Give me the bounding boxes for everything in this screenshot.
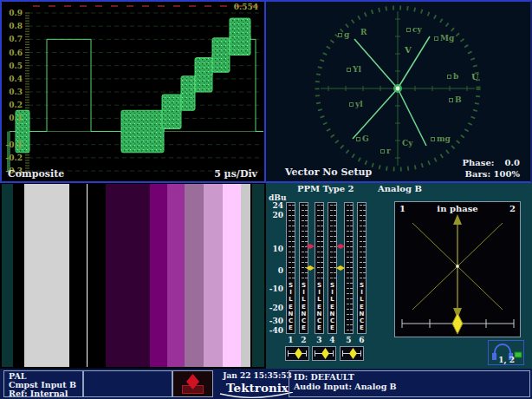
preset-id-label: ID: DEFAULT bbox=[294, 372, 529, 382]
waveform-y-label: 0.7 bbox=[3, 35, 23, 43]
color-bar-stripe bbox=[150, 184, 167, 367]
vectorscope-tile[interactable]: gRcyMgYlbylBGrCymgVU Vector No Setup Pha… bbox=[266, 0, 532, 183]
color-bar-stripe bbox=[204, 184, 223, 367]
waveform-y-label: 0.6 bbox=[3, 49, 23, 57]
audio-tile[interactable]: PPM Type 2 Analog B dBu 2420100-10-20-30… bbox=[266, 183, 532, 369]
audio-scale-label: 20 bbox=[267, 211, 283, 219]
channel-number-label: 2 bbox=[298, 336, 309, 344]
brand-area: Jan 22 15:35:53 Tektronix bbox=[217, 371, 298, 397]
waveform-y-label: 0.9 bbox=[3, 9, 23, 17]
logo-swoosh-icon bbox=[218, 392, 296, 399]
empty-status-box bbox=[83, 370, 172, 397]
phase-diamond-icon bbox=[321, 348, 329, 359]
waveform-y-label: 0.4 bbox=[3, 75, 23, 83]
vectorscope-status-label: Vector No Setup bbox=[285, 167, 372, 178]
phase-indicator-pair56 bbox=[340, 346, 364, 361]
color-bar-stripe bbox=[69, 184, 87, 367]
lissajous-display: 1 2 in phase bbox=[394, 201, 521, 337]
waveform-timebase-label: 5 µs/Div bbox=[214, 168, 257, 180]
waveform-graticule-and-trace bbox=[2, 2, 264, 181]
audio-scale-label: 0 bbox=[267, 266, 283, 275]
target-box-icon bbox=[347, 68, 351, 72]
vector-target-G: G bbox=[356, 134, 369, 143]
waveform-y-label: 0.2 bbox=[3, 101, 23, 109]
silence-label: SILENCE bbox=[287, 282, 295, 331]
color-bar-stripe bbox=[24, 184, 69, 367]
vector-target-b: b bbox=[447, 72, 458, 81]
channel-number-label: 4 bbox=[327, 336, 338, 344]
audio-meter-ch3: SILENCE bbox=[315, 202, 324, 334]
bars-label: Bars: bbox=[465, 169, 491, 179]
loudness-marker-pair34-icon bbox=[336, 244, 345, 249]
audio-meter-ch6: SILENCE bbox=[357, 202, 367, 334]
phase-indicator-pair12 bbox=[285, 346, 309, 361]
target-box-icon bbox=[338, 33, 342, 37]
target-box-icon bbox=[431, 137, 435, 141]
color-bar-stripe bbox=[241, 184, 250, 367]
waveform-cursor-readout: 0.554 bbox=[234, 3, 258, 11]
waveform-tile[interactable]: 0.554 0.90.80.70.60.50.40.30.20.1-0.1-0.… bbox=[0, 0, 266, 183]
waveform-y-label: 0.8 bbox=[3, 22, 23, 30]
vector-axis-label-U: U bbox=[471, 72, 479, 82]
color-bar-stripe bbox=[88, 184, 106, 367]
audio-scale-label: -20 bbox=[267, 304, 283, 312]
silence-label: SILENCE bbox=[315, 282, 323, 331]
color-bar-stripe bbox=[252, 184, 264, 367]
vector-target-Mg: Mg bbox=[434, 34, 454, 43]
color-bar-stripe bbox=[2, 184, 13, 367]
target-box-icon bbox=[434, 36, 438, 41]
vectorscope-phase-readout: Phase: 0.0 bbox=[463, 158, 520, 167]
channel-number-label: 5 bbox=[343, 336, 354, 344]
target-box-icon bbox=[449, 98, 453, 102]
target-box-icon bbox=[356, 137, 360, 141]
color-bar-stripe bbox=[223, 184, 241, 367]
audio-scale-label: 10 bbox=[267, 245, 283, 253]
headphone-output-indicator[interactable]: 1, 2 bbox=[488, 340, 524, 365]
picture-tile[interactable] bbox=[0, 183, 266, 369]
color-bar-stripe bbox=[13, 184, 24, 367]
target-box-icon bbox=[380, 149, 385, 154]
waveform-y-label: 0.3 bbox=[3, 88, 23, 96]
color-bar-stripe bbox=[185, 184, 204, 367]
audio-scale-label: 24 bbox=[267, 201, 283, 210]
alert-status-box[interactable] bbox=[172, 370, 213, 397]
waveform-y-label: 0.5 bbox=[3, 62, 23, 70]
channel-number-label: 1 bbox=[285, 336, 296, 344]
loudness-marker-pair12-icon bbox=[306, 244, 315, 249]
phase-diamond-icon bbox=[349, 348, 357, 359]
target-box-icon bbox=[406, 28, 411, 32]
vector-target-R: R bbox=[360, 28, 367, 36]
silence-label: SILENCE bbox=[300, 282, 308, 331]
headphone-channels-label: 1, 2 bbox=[498, 356, 515, 364]
channel-number-label: 6 bbox=[356, 336, 367, 344]
target-box-icon bbox=[349, 102, 354, 107]
target-box-icon bbox=[447, 75, 451, 79]
audio-scale-label: -30 bbox=[267, 317, 283, 325]
audio-scale-label: -10 bbox=[267, 285, 283, 293]
vectorscope-bars-readout: Bars: 100% bbox=[465, 169, 520, 179]
bars-value: 100% bbox=[494, 169, 520, 179]
vector-target-cy: cy bbox=[406, 25, 422, 34]
silence-label: SILENCE bbox=[328, 282, 336, 331]
audio-meter-ch1: SILENCE bbox=[286, 202, 295, 334]
audio-meter-ch5 bbox=[344, 202, 354, 334]
tektronix-logo: Tektronix bbox=[217, 381, 298, 395]
waveform-y-label: -0.1 bbox=[3, 141, 23, 149]
vector-target-yl: yl bbox=[349, 100, 363, 108]
lissajous-phase-title: in phase bbox=[395, 204, 520, 213]
phase-label: Phase: bbox=[463, 158, 495, 167]
audio-input-label: Analog B bbox=[378, 184, 422, 193]
silence-label: SILENCE bbox=[358, 282, 366, 331]
vector-target-B: B bbox=[449, 95, 462, 104]
audio-meter-type-label: PPM Type 2 bbox=[297, 184, 354, 193]
phase-indicator-pair34 bbox=[312, 346, 336, 361]
instrument-screen: 0.554 0.90.80.70.60.50.40.30.20.1-0.1-0.… bbox=[0, 0, 532, 399]
session-status-box[interactable]: ID: DEFAULT Audio Input: Analog B bbox=[289, 370, 530, 397]
status-bar: PAL Cmpst Input B Ref: Internal Jan 22 1… bbox=[0, 369, 532, 399]
vectorscope-graticule bbox=[266, 2, 529, 181]
vector-target-r: r bbox=[380, 147, 391, 155]
waveform-y-label: -0.2 bbox=[3, 154, 23, 162]
vector-target-g: g bbox=[338, 30, 349, 39]
input-status-box[interactable]: PAL Cmpst Input B Ref: Internal bbox=[3, 370, 83, 397]
test-level-marker-pair34-icon bbox=[336, 265, 345, 271]
